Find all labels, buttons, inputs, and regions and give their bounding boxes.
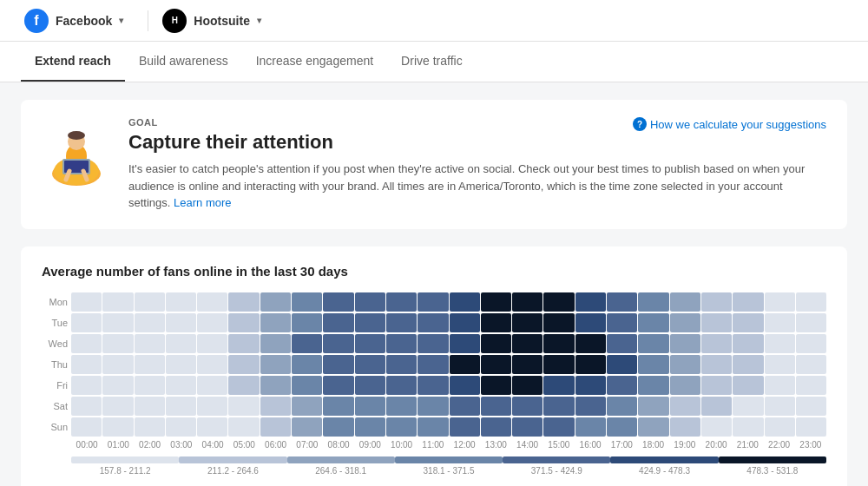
heatmap-cell[interactable] <box>260 313 291 332</box>
heatmap-cell[interactable] <box>481 376 511 395</box>
heatmap-cell[interactable] <box>575 313 606 332</box>
heatmap-cell[interactable] <box>607 417 637 437</box>
heatmap-cell[interactable] <box>323 397 353 416</box>
heatmap-cell[interactable] <box>418 397 448 416</box>
heatmap-cell[interactable] <box>102 313 133 332</box>
heatmap-cell[interactable] <box>450 313 480 332</box>
heatmap-cell[interactable] <box>292 334 322 353</box>
heatmap-cell[interactable] <box>701 397 732 416</box>
heatmap-cell[interactable] <box>543 376 574 395</box>
heatmap-cell[interactable] <box>386 313 417 332</box>
heatmap-cell[interactable] <box>765 292 795 312</box>
heatmap-cell[interactable] <box>512 417 542 437</box>
heatmap-cell[interactable] <box>733 376 763 395</box>
heatmap-cell[interactable] <box>701 292 732 312</box>
heatmap-cell[interactable] <box>418 334 448 353</box>
learn-more-link[interactable]: Learn more <box>174 196 231 209</box>
heatmap-cell[interactable] <box>386 376 417 395</box>
heatmap-cell[interactable] <box>543 397 574 416</box>
heatmap-cell[interactable] <box>638 313 668 332</box>
heatmap-cell[interactable] <box>607 376 637 395</box>
heatmap-cell[interactable] <box>575 292 606 312</box>
heatmap-cell[interactable] <box>228 355 259 374</box>
heatmap-cell[interactable] <box>796 417 826 437</box>
heatmap-cell[interactable] <box>670 334 700 353</box>
heatmap-cell[interactable] <box>102 334 133 353</box>
heatmap-cell[interactable] <box>481 313 511 332</box>
heatmap-cell[interactable] <box>418 376 448 395</box>
heatmap-cell[interactable] <box>670 397 700 416</box>
how-calc-link[interactable]: ? How we calculate your suggestions <box>633 117 826 131</box>
heatmap-cell[interactable] <box>450 376 480 395</box>
heatmap-cell[interactable] <box>481 355 511 374</box>
tab-extend-reach[interactable]: Extend reach <box>21 42 125 82</box>
heatmap-cell[interactable] <box>355 397 385 416</box>
heatmap-cell[interactable] <box>733 355 763 374</box>
tab-increase-engagement[interactable]: Increase engagement <box>242 42 387 82</box>
heatmap-cell[interactable] <box>607 292 637 312</box>
heatmap-cell[interactable] <box>701 334 732 353</box>
heatmap-cell[interactable] <box>765 397 795 416</box>
heatmap-cell[interactable] <box>135 313 165 332</box>
heatmap-cell[interactable] <box>543 313 574 332</box>
heatmap-cell[interactable] <box>260 292 291 312</box>
heatmap-cell[interactable] <box>481 397 511 416</box>
heatmap-cell[interactable] <box>260 397 291 416</box>
facebook-brand[interactable]: f Facebook ▾ <box>14 2 134 40</box>
heatmap-cell[interactable] <box>323 334 353 353</box>
heatmap-cell[interactable] <box>575 376 606 395</box>
tab-drive-traffic[interactable]: Drive traffic <box>387 42 477 82</box>
heatmap-cell[interactable] <box>166 292 196 312</box>
heatmap-cell[interactable] <box>102 292 133 312</box>
heatmap-cell[interactable] <box>228 292 259 312</box>
heatmap-cell[interactable] <box>450 417 480 437</box>
heatmap-cell[interactable] <box>323 292 353 312</box>
heatmap-cell[interactable] <box>638 397 668 416</box>
heatmap-cell[interactable] <box>701 313 732 332</box>
heatmap-cell[interactable] <box>481 292 511 312</box>
heatmap-cell[interactable] <box>418 313 448 332</box>
heatmap-cell[interactable] <box>135 417 165 437</box>
heatmap-cell[interactable] <box>701 355 732 374</box>
heatmap-cell[interactable] <box>670 355 700 374</box>
tab-build-awareness[interactable]: Build awareness <box>125 42 242 82</box>
heatmap-cell[interactable] <box>260 417 291 437</box>
heatmap-cell[interactable] <box>135 292 165 312</box>
heatmap-cell[interactable] <box>197 417 227 437</box>
heatmap-cell[interactable] <box>607 313 637 332</box>
heatmap-cell[interactable] <box>765 313 795 332</box>
heatmap-cell[interactable] <box>197 376 227 395</box>
heatmap-cell[interactable] <box>670 313 700 332</box>
heatmap-cell[interactable] <box>197 292 227 312</box>
heatmap-cell[interactable] <box>575 417 606 437</box>
heatmap-cell[interactable] <box>512 292 542 312</box>
heatmap-cell[interactable] <box>670 417 700 437</box>
heatmap-cell[interactable] <box>102 355 133 374</box>
heatmap-cell[interactable] <box>166 417 196 437</box>
heatmap-cell[interactable] <box>197 334 227 353</box>
heatmap-cell[interactable] <box>418 355 448 374</box>
heatmap-cell[interactable] <box>543 417 574 437</box>
heatmap-cell[interactable] <box>796 355 826 374</box>
heatmap-cell[interactable] <box>481 417 511 437</box>
heatmap-cell[interactable] <box>228 376 259 395</box>
heatmap-cell[interactable] <box>260 355 291 374</box>
heatmap-cell[interactable] <box>135 334 165 353</box>
heatmap-cell[interactable] <box>638 292 668 312</box>
heatmap-cell[interactable] <box>135 397 165 416</box>
heatmap-cell[interactable] <box>543 355 574 374</box>
heatmap-cell[interactable] <box>796 376 826 395</box>
heatmap-cell[interactable] <box>512 355 542 374</box>
heatmap-cell[interactable] <box>386 334 417 353</box>
heatmap-cell[interactable] <box>670 376 700 395</box>
heatmap-cell[interactable] <box>386 417 417 437</box>
heatmap-cell[interactable] <box>228 417 259 437</box>
heatmap-cell[interactable] <box>575 355 606 374</box>
heatmap-cell[interactable] <box>450 292 480 312</box>
heatmap-cell[interactable] <box>765 417 795 437</box>
heatmap-cell[interactable] <box>733 334 763 353</box>
heatmap-cell[interactable] <box>543 334 574 353</box>
heatmap-cell[interactable] <box>418 417 448 437</box>
heatmap-cell[interactable] <box>166 334 196 353</box>
heatmap-cell[interactable] <box>638 417 668 437</box>
